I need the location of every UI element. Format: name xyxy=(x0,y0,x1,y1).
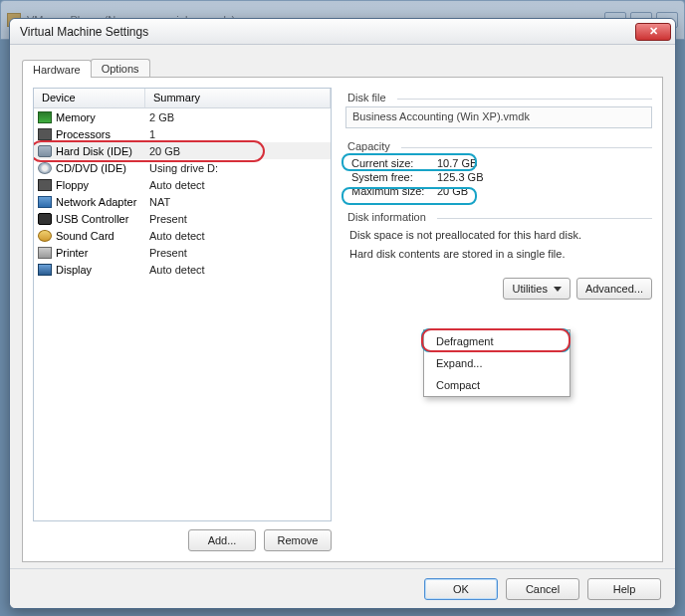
device-row[interactable]: USB ControllerPresent xyxy=(34,210,331,227)
device-summary: 1 xyxy=(149,128,155,140)
device-icon xyxy=(38,145,52,157)
dialog-titlebar: Virtual Machine Settings ✕ xyxy=(10,19,675,45)
device-icon xyxy=(38,162,52,174)
device-summary: Present xyxy=(149,247,187,259)
disk-file-field[interactable]: Business Accounting (Win XP).vmdk xyxy=(345,106,652,128)
device-name: Display xyxy=(56,264,149,276)
device-icon xyxy=(38,196,52,208)
device-icon xyxy=(38,179,52,191)
device-icon xyxy=(38,264,52,276)
device-row[interactable]: FloppyAuto detect xyxy=(34,176,331,193)
device-row[interactable]: DisplayAuto detect xyxy=(34,261,331,278)
capacity-max-value: 20 GB xyxy=(437,185,468,197)
device-summary: Auto detect xyxy=(149,179,205,191)
capacity-max-label: Maximum size: xyxy=(351,185,437,197)
tab-options[interactable]: Options xyxy=(91,59,150,77)
device-name: Floppy xyxy=(56,179,149,191)
tab-page-hardware: Device Summary Memory2 GBProcessors1Hard… xyxy=(22,77,663,562)
chevron-down-icon xyxy=(554,287,562,292)
add-button[interactable]: Add... xyxy=(188,529,256,551)
capacity-label: Capacity xyxy=(345,140,652,152)
disk-file-label: Disk file xyxy=(345,92,652,103)
device-icon xyxy=(38,247,52,259)
device-summary: 20 GB xyxy=(149,145,180,157)
device-row[interactable]: Network AdapterNAT xyxy=(34,193,331,210)
device-row[interactable]: Hard Disk (IDE)20 GB xyxy=(34,142,331,159)
capacity-current-value: 10.7 GB xyxy=(437,157,477,169)
device-summary: Using drive D: xyxy=(149,162,218,174)
menu-item-defragment[interactable]: Defragment xyxy=(424,330,570,352)
group-capacity: Capacity Current size: 10.7 GB System fr… xyxy=(345,136,652,199)
column-device[interactable]: Device xyxy=(34,89,145,107)
device-row[interactable]: CD/DVD (IDE)Using drive D: xyxy=(34,159,331,176)
advanced-button[interactable]: Advanced... xyxy=(576,278,652,300)
close-icon: ✕ xyxy=(649,25,658,38)
device-summary: NAT xyxy=(149,196,170,208)
disk-info-line1: Disk space is not preallocated for this … xyxy=(345,226,652,245)
capacity-max-row: Maximum size: 20 GB xyxy=(347,184,650,198)
device-name: Printer xyxy=(56,247,149,259)
remove-button[interactable]: Remove xyxy=(264,529,332,551)
column-summary[interactable]: Summary xyxy=(145,89,331,107)
capacity-free-row: System free: 125.3 GB xyxy=(347,170,650,184)
utilities-button-label: Utilities xyxy=(512,283,547,295)
capacity-current-label: Current size: xyxy=(351,157,437,169)
device-icon xyxy=(38,111,52,123)
tab-hardware[interactable]: Hardware xyxy=(22,60,92,78)
utilities-menu: Defragment Expand... Compact xyxy=(423,329,571,397)
help-button[interactable]: Help xyxy=(587,578,661,600)
menu-item-compact-label: Compact xyxy=(436,379,480,391)
device-name: USB Controller xyxy=(56,213,149,225)
disk-info-line2: Hard disk contents are stored in a singl… xyxy=(345,245,652,264)
menu-item-expand[interactable]: Expand... xyxy=(424,352,570,374)
capacity-current-row: Current size: 10.7 GB xyxy=(347,156,650,170)
device-summary: Auto detect xyxy=(149,264,205,276)
menu-item-compact[interactable]: Compact xyxy=(424,374,570,396)
device-summary: Present xyxy=(149,213,187,225)
group-disk-information: Disk information Disk space is not preal… xyxy=(345,207,652,264)
device-row[interactable]: Sound CardAuto detect xyxy=(34,227,331,244)
dialog-title: Virtual Machine Settings xyxy=(20,25,148,39)
device-name: CD/DVD (IDE) xyxy=(56,162,149,174)
capacity-free-label: System free: xyxy=(351,171,437,183)
close-button[interactable]: ✕ xyxy=(635,23,671,41)
device-list[interactable]: Device Summary Memory2 GBProcessors1Hard… xyxy=(33,88,332,521)
disk-info-label: Disk information xyxy=(345,211,652,223)
device-name: Hard Disk (IDE) xyxy=(56,145,149,157)
ok-button[interactable]: OK xyxy=(424,578,498,600)
device-row[interactable]: Processors1 xyxy=(34,125,331,142)
utilities-button[interactable]: Utilities xyxy=(503,278,570,300)
menu-item-defragment-label: Defragment xyxy=(436,335,493,347)
device-summary: 2 GB xyxy=(149,111,174,123)
cancel-button[interactable]: Cancel xyxy=(506,578,579,600)
device-row[interactable]: PrinterPresent xyxy=(34,244,331,261)
device-name: Network Adapter xyxy=(56,196,149,208)
device-icon xyxy=(38,230,52,242)
device-row[interactable]: Memory2 GB xyxy=(34,108,331,125)
device-icon xyxy=(38,128,52,140)
group-disk-file: Disk file Business Accounting (Win XP).v… xyxy=(345,88,652,128)
vm-settings-dialog: Virtual Machine Settings ✕ Hardware Opti… xyxy=(9,18,676,609)
device-summary: Auto detect xyxy=(149,230,205,242)
device-icon xyxy=(38,213,52,225)
device-name: Memory xyxy=(56,111,149,123)
device-list-header: Device Summary xyxy=(34,89,331,108)
capacity-free-value: 125.3 GB xyxy=(437,171,483,183)
device-name: Processors xyxy=(56,128,149,140)
device-name: Sound Card xyxy=(56,230,149,242)
